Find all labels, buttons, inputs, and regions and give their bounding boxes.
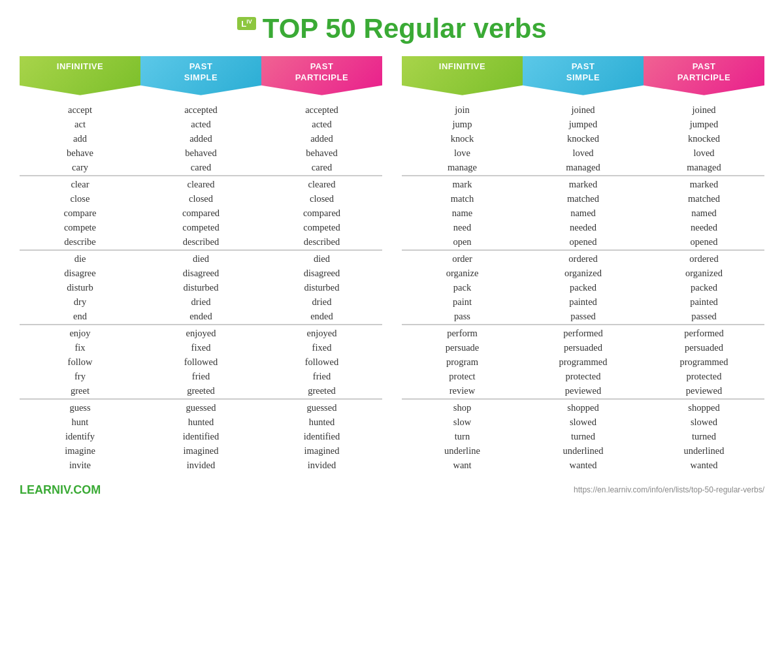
cell-infinitive: act bbox=[20, 118, 140, 131]
cell-past-participle: acted bbox=[261, 118, 382, 131]
cell-past-simple: hunted bbox=[140, 416, 261, 429]
cell-past-simple: died bbox=[140, 253, 261, 266]
cell-infinitive: manage bbox=[402, 161, 523, 174]
cell-past-participle: died bbox=[261, 253, 382, 266]
cell-past-participle: accepted bbox=[261, 104, 382, 117]
cell-infinitive: fry bbox=[20, 370, 140, 383]
cell-past-participle: managed bbox=[644, 161, 764, 174]
cell-past-simple: marked bbox=[523, 178, 644, 191]
cell-past-simple: passed bbox=[523, 310, 644, 323]
cell-infinitive: dry bbox=[20, 296, 140, 309]
cell-infinitive: shop bbox=[402, 402, 523, 415]
table-row: joinjoinedjoined bbox=[402, 103, 764, 118]
cell-past-participle: cleared bbox=[261, 178, 382, 191]
cell-infinitive: paint bbox=[402, 296, 523, 309]
table-row: enjoyenjoyedenjoyed bbox=[20, 327, 382, 341]
cell-past-simple: opened bbox=[523, 236, 644, 249]
table-row: namenamednamed bbox=[402, 206, 764, 221]
table-row: followfollowedfollowed bbox=[20, 355, 382, 370]
table-section: shopshoppedshoppedslowslowedslowedturntu… bbox=[402, 401, 764, 473]
cell-infinitive: invite bbox=[20, 459, 140, 472]
cell-past-participle: persuaded bbox=[644, 342, 764, 355]
table-row: greetgreetedgreeted bbox=[20, 384, 382, 398]
cell-infinitive: enjoy bbox=[20, 327, 140, 340]
cell-past-participle: performed bbox=[644, 327, 764, 340]
cell-past-simple: managed bbox=[523, 161, 644, 174]
cell-past-simple: imagined bbox=[140, 445, 261, 458]
cell-past-participle: matched bbox=[644, 193, 764, 206]
cell-past-simple: painted bbox=[523, 296, 644, 309]
cell-past-simple: jumped bbox=[523, 118, 644, 131]
cell-infinitive: clear bbox=[20, 178, 140, 191]
cell-past-participle: identified bbox=[261, 430, 382, 443]
cell-past-participle: opened bbox=[644, 236, 764, 249]
page-title: TOP 50 Regular verbs bbox=[263, 13, 547, 44]
table-row: turnturnedturned bbox=[402, 430, 764, 444]
table-row: hunthuntedhunted bbox=[20, 415, 382, 430]
cell-past-simple: joined bbox=[523, 104, 644, 117]
left-header-past-simple: PASTSIMPLE bbox=[140, 56, 261, 95]
table-section: joinjoinedjoinedjumpjumpedjumpedknockkno… bbox=[402, 103, 764, 176]
cell-past-simple: shopped bbox=[523, 402, 644, 415]
cell-past-participle: fried bbox=[261, 370, 382, 383]
cell-past-simple: fried bbox=[140, 370, 261, 383]
cell-infinitive: slow bbox=[402, 416, 523, 429]
cell-infinitive: open bbox=[402, 236, 523, 249]
cell-infinitive: jump bbox=[402, 118, 523, 131]
cell-past-simple: accepted bbox=[140, 104, 261, 117]
cell-past-simple: closed bbox=[140, 193, 261, 206]
cell-infinitive: close bbox=[20, 193, 140, 206]
cell-past-participle: disturbed bbox=[261, 281, 382, 295]
table-row: markmarkedmarked bbox=[402, 178, 764, 192]
cell-infinitive: compete bbox=[20, 221, 140, 234]
right-header-past-participle: PASTPARTICIPLE bbox=[644, 56, 764, 95]
cell-past-participle: organized bbox=[644, 267, 764, 280]
left-data-rows: acceptacceptedacceptedactactedactedaddad… bbox=[20, 103, 382, 473]
cell-past-participle: peviewed bbox=[644, 385, 764, 398]
cell-past-simple: disagreed bbox=[140, 267, 261, 280]
cell-infinitive: disturb bbox=[20, 281, 140, 295]
cell-past-participle: competed bbox=[261, 221, 382, 234]
cell-past-participle: dried bbox=[261, 296, 382, 309]
cell-past-simple: enjoyed bbox=[140, 327, 261, 340]
cell-past-participle: closed bbox=[261, 193, 382, 206]
cell-past-simple: protected bbox=[523, 370, 644, 383]
cell-past-participle: programmed bbox=[644, 356, 764, 369]
cell-past-participle: jumped bbox=[644, 118, 764, 131]
cell-past-simple: ended bbox=[140, 310, 261, 323]
table-row: drydrieddried bbox=[20, 295, 382, 310]
cell-past-simple: performed bbox=[523, 327, 644, 340]
cell-past-simple: organized bbox=[523, 267, 644, 280]
table-row: clearclearedcleared bbox=[20, 178, 382, 192]
cell-past-simple: wanted bbox=[523, 459, 644, 472]
cell-past-participle: behaved bbox=[261, 147, 382, 160]
left-header-infinitive: INFINITIVE bbox=[20, 56, 140, 95]
table-section: acceptacceptedacceptedactactedactedaddad… bbox=[20, 103, 382, 176]
cell-infinitive: pass bbox=[402, 310, 523, 323]
table-row: imagineimaginedimagined bbox=[20, 444, 382, 458]
table-row: managemanagedmanaged bbox=[402, 161, 764, 175]
table-row: diedieddied bbox=[20, 252, 382, 266]
cell-past-simple: programmed bbox=[523, 356, 644, 369]
cell-infinitive: program bbox=[402, 356, 523, 369]
cell-infinitive: pack bbox=[402, 281, 523, 295]
table-row: identifyidentifiedidentified bbox=[20, 430, 382, 444]
cell-past-participle: knocked bbox=[644, 133, 764, 146]
cell-infinitive: end bbox=[20, 310, 140, 323]
table-row: wantwantedwanted bbox=[402, 458, 764, 473]
table-row: packpackedpacked bbox=[402, 281, 764, 295]
table-row: carycaredcared bbox=[20, 161, 382, 175]
tables-wrapper: INFINITIVE PASTSIMPLE PASTPARTICIPLE acc… bbox=[20, 56, 764, 474]
table-row: openopenedopened bbox=[402, 235, 764, 249]
cell-past-participle: marked bbox=[644, 178, 764, 191]
cell-past-simple: packed bbox=[523, 281, 644, 295]
cell-infinitive: guess bbox=[20, 402, 140, 415]
table-row: disturbdisturbeddisturbed bbox=[20, 281, 382, 295]
cell-past-participle: described bbox=[261, 236, 382, 249]
cell-infinitive: identify bbox=[20, 430, 140, 443]
cell-past-participle: underlined bbox=[644, 445, 764, 458]
table-row: behavebehavedbehaved bbox=[20, 146, 382, 161]
cell-infinitive: cary bbox=[20, 161, 140, 174]
table-row: closeclosedclosed bbox=[20, 192, 382, 206]
cell-past-simple: named bbox=[523, 207, 644, 220]
